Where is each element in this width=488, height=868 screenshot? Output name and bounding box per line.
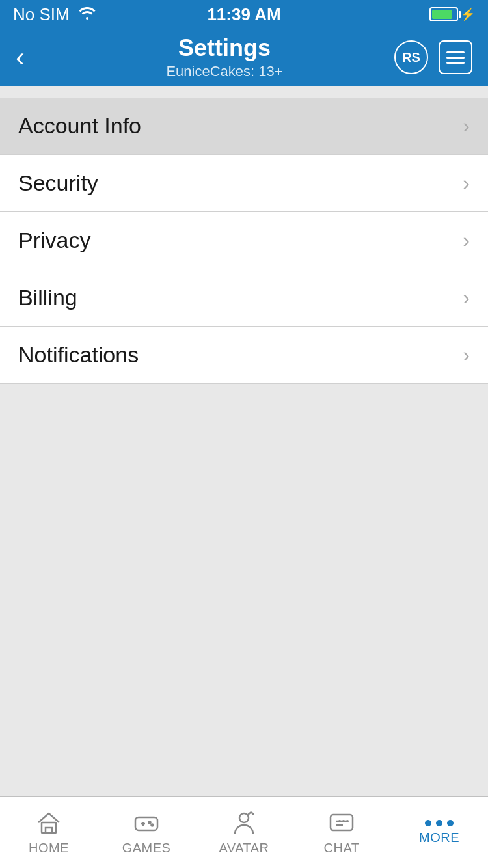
home-icon [35, 809, 62, 837]
settings-item-label: Security [18, 170, 98, 196]
header-actions: RS [394, 40, 472, 74]
settings-item-label: Account Info [18, 113, 141, 139]
chevron-right-icon: › [463, 343, 470, 367]
content-area [0, 384, 488, 796]
chevron-right-icon: › [463, 228, 470, 252]
tab-avatar[interactable]: AVATAR [195, 797, 293, 868]
tab-more[interactable]: MORE [390, 797, 488, 868]
avatar-icon [230, 809, 258, 837]
settings-item-billing[interactable]: Billing › [0, 269, 488, 327]
chevron-right-icon: › [463, 114, 470, 138]
tab-label-home: HOME [29, 841, 69, 856]
chevron-right-icon: › [463, 171, 470, 195]
tab-chat[interactable]: CHAT [293, 797, 390, 868]
battery-indicator: ⚡ [429, 7, 475, 21]
svg-point-13 [338, 820, 341, 822]
wifi-icon [77, 5, 97, 23]
svg-point-7 [239, 813, 249, 822]
settings-item-account-info[interactable]: Account Info › [0, 98, 488, 155]
more-icon [425, 820, 454, 826]
settings-item-notifications[interactable]: Notifications › [0, 327, 488, 384]
tab-label-games: GAMES [122, 841, 171, 856]
tab-label-more: MORE [419, 830, 459, 845]
settings-list: Account Info › Security › Privacy › Bill… [0, 98, 488, 384]
settings-item-label: Notifications [18, 342, 139, 368]
tab-home[interactable]: HOME [0, 797, 98, 868]
svg-rect-10 [331, 815, 353, 830]
status-bar: No SIM 11:39 AM ⚡ [0, 0, 488, 29]
header: ‹ Settings EuniceCakes: 13+ RS [0, 29, 488, 86]
tab-label-avatar: AVATAR [219, 841, 269, 856]
settings-item-label: Privacy [18, 228, 90, 253]
menu-line-2 [446, 57, 465, 59]
menu-line-3 [446, 62, 465, 64]
carrier-label: No SIM [13, 5, 70, 25]
chevron-right-icon: › [463, 286, 470, 310]
page-title: Settings [55, 34, 394, 62]
tab-bar: HOME GAMES AVATAR CHAT [0, 796, 488, 868]
svg-point-6 [152, 824, 154, 826]
settings-item-security[interactable]: Security › [0, 155, 488, 212]
svg-point-5 [149, 822, 151, 824]
robux-button[interactable]: RS [394, 40, 428, 74]
menu-line-1 [446, 51, 465, 53]
header-center: Settings EuniceCakes: 13+ [55, 34, 394, 80]
svg-point-14 [342, 820, 345, 822]
tab-label-chat: CHAT [324, 841, 360, 856]
header-subtitle: EuniceCakes: 13+ [55, 63, 394, 80]
svg-line-9 [251, 812, 254, 815]
tab-games[interactable]: GAMES [98, 797, 195, 868]
svg-line-8 [248, 812, 251, 815]
settings-item-label: Billing [18, 285, 77, 310]
chat-icon [328, 809, 355, 837]
games-icon [133, 809, 160, 837]
back-button[interactable]: ‹ [16, 42, 55, 73]
menu-button[interactable] [439, 40, 472, 74]
time-display: 11:39 AM [207, 5, 280, 25]
header-separator [0, 86, 488, 98]
svg-point-15 [346, 820, 349, 822]
charging-icon: ⚡ [461, 7, 475, 21]
settings-item-privacy[interactable]: Privacy › [0, 212, 488, 269]
svg-rect-1 [46, 828, 52, 833]
svg-rect-2 [135, 817, 157, 830]
